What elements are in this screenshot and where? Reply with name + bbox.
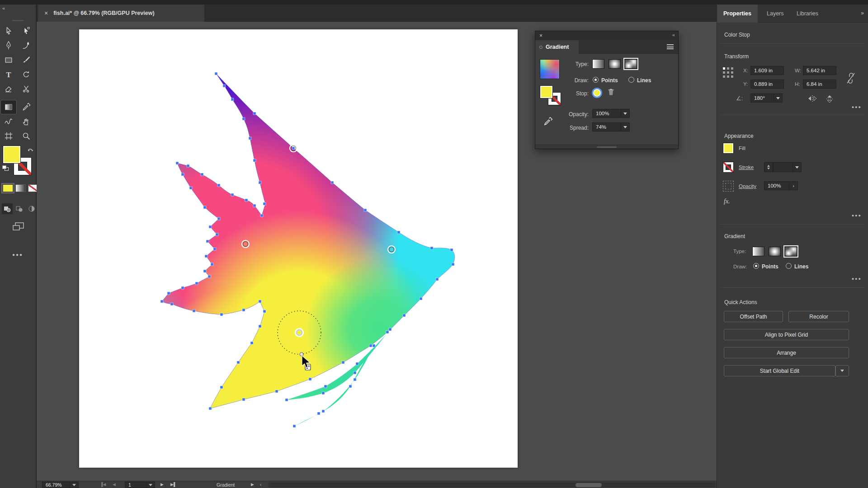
stroke-label[interactable]: Stroke [739, 164, 754, 170]
offset-path-button[interactable]: Offset Path [724, 311, 783, 322]
hand-tool-icon[interactable] [19, 115, 34, 128]
draw-behind-mode-icon[interactable] [14, 203, 25, 214]
last-artboard-icon[interactable]: ▶▌ [170, 482, 176, 487]
tab-libraries[interactable]: Libraries [790, 5, 825, 23]
tab-layers[interactable]: Layers [760, 5, 790, 23]
status-expand-icon[interactable]: ▶ [251, 482, 254, 487]
expand-tabs-icon[interactable]: » [861, 10, 863, 16]
horizontal-scrollbar-thumb[interactable] [576, 483, 602, 487]
stroke-weight-field[interactable] [773, 162, 793, 172]
x-field[interactable]: 1.609 in [750, 66, 784, 75]
close-panel-icon[interactable]: × [539, 33, 542, 39]
swap-fill-stroke-icon[interactable] [27, 146, 34, 153]
align-to-pixel-grid-button[interactable]: Align to Pixel Grid [724, 329, 849, 340]
next-artboard-icon[interactable]: ▶ [160, 482, 164, 487]
draw-normal-mode-icon[interactable] [2, 203, 13, 214]
curvature-tool-icon[interactable] [19, 39, 34, 52]
h-field[interactable]: 6.84 in [803, 80, 836, 89]
start-global-edit-button[interactable]: Start Global Edit [724, 365, 835, 376]
opacity-field[interactable]: 100% [592, 109, 621, 118]
type-tool-icon[interactable]: T [1, 68, 16, 81]
gradient-more-options-icon[interactable]: ●●● [852, 277, 862, 281]
rectangle-tool-icon[interactable] [1, 53, 16, 67]
toolbar-drag-handle[interactable] [12, 20, 24, 21]
props-draw-lines-radio[interactable] [786, 263, 792, 269]
stroke-weight-stepper[interactable] [764, 162, 773, 172]
draw-points-radio[interactable] [593, 77, 599, 83]
selection-tool-icon[interactable] [1, 24, 16, 38]
spread-dropdown-icon[interactable] [621, 122, 630, 131]
angle-dropdown-icon[interactable] [774, 94, 783, 103]
flip-horizontal-icon[interactable] [807, 95, 817, 104]
opacity-more-icon[interactable]: › [789, 181, 798, 190]
appearance-more-options-icon[interactable]: ●●● [852, 213, 862, 218]
appearance-stroke-swatch[interactable] [723, 162, 734, 173]
status-chevron-icon[interactable]: ‹ [260, 482, 261, 487]
shaper-tool-icon[interactable] [1, 115, 16, 128]
gradient-button[interactable] [15, 184, 26, 192]
close-tab-icon[interactable]: × [44, 9, 48, 17]
screen-mode-icon[interactable] [12, 221, 25, 232]
fish-artwork[interactable] [79, 29, 518, 468]
artboard-number-field[interactable]: 1 [125, 482, 146, 488]
selected-stop-swatch[interactable] [593, 89, 601, 97]
zoom-tool-icon[interactable] [19, 129, 34, 143]
gradient-type-freeform-button[interactable] [625, 59, 637, 69]
gradient-panel-titlebar[interactable]: × « [535, 31, 678, 40]
panel-resize-handle[interactable] [535, 145, 678, 149]
appearance-opacity-swatch[interactable] [723, 181, 734, 192]
tab-properties[interactable]: Properties [717, 5, 758, 23]
opacity-link-label[interactable]: Opacity [739, 183, 756, 189]
zoom-level-field[interactable]: 66.79% [42, 482, 70, 488]
draw-inside-mode-icon[interactable] [26, 203, 37, 214]
props-draw-points-radio[interactable] [753, 263, 759, 269]
stroke-weight-dropdown-icon[interactable] [793, 162, 802, 172]
delete-stop-icon[interactable] [608, 88, 614, 98]
direct-selection-tool-icon[interactable] [19, 24, 34, 38]
paintbrush-tool-icon[interactable] [19, 53, 34, 67]
pen-tool-icon[interactable] [1, 39, 16, 52]
gradient-eyedropper-icon[interactable] [542, 116, 553, 127]
scissors-tool-icon[interactable] [19, 82, 34, 96]
zoom-dropdown-icon[interactable] [70, 482, 79, 488]
eyedropper-tool-icon[interactable] [19, 100, 34, 114]
transform-more-options-icon[interactable]: ●●● [852, 105, 862, 109]
draw-lines-radio[interactable] [628, 77, 634, 83]
color-button[interactable] [3, 184, 13, 192]
horizontal-scrollbar[interactable] [268, 482, 716, 488]
artboard-dropdown-icon[interactable] [146, 482, 155, 488]
collapse-panel-icon[interactable]: « [672, 32, 675, 38]
gradient-preview-thumbnail[interactable] [540, 59, 560, 79]
eraser-tool-icon[interactable] [1, 82, 16, 96]
global-edit-dropdown-icon[interactable] [835, 365, 849, 376]
reference-point-grid-icon[interactable] [722, 67, 734, 80]
artboard[interactable] [79, 29, 518, 468]
artboard-tool-icon[interactable] [1, 129, 16, 143]
arrange-button[interactable]: Arrange [724, 347, 849, 358]
toolbar-collapse-icon[interactable]: « [2, 5, 4, 11]
gradient-panel-tab[interactable]: Gradient [535, 40, 579, 54]
panel-menu-icon[interactable] [667, 44, 674, 49]
flip-vertical-icon[interactable] [826, 95, 834, 105]
default-fill-stroke-icon[interactable] [2, 165, 9, 171]
props-gradient-linear-button[interactable] [752, 247, 764, 256]
appearance-fill-swatch[interactable] [723, 143, 734, 154]
previous-artboard-icon[interactable]: ◀ [113, 482, 116, 487]
gradient-type-linear-button[interactable] [592, 59, 604, 69]
props-gradient-radial-button[interactable] [769, 247, 781, 256]
document-tab[interactable]: × fish.ai* @ 66.79% (RGB/GPU Preview) [38, 5, 204, 22]
gradient-fill-proxy[interactable] [540, 85, 553, 99]
rotate-tool-icon[interactable] [19, 68, 34, 81]
angle-field[interactable]: 180° [750, 94, 774, 103]
first-artboard-icon[interactable]: ▐◀ [100, 482, 106, 487]
edit-toolbar-icon[interactable]: ●●● [12, 252, 23, 257]
props-gradient-freeform-button[interactable] [785, 247, 797, 256]
recolor-button[interactable]: Recolor [788, 311, 849, 322]
w-field[interactable]: 5.642 in [803, 66, 836, 75]
y-field[interactable]: 0.889 in [750, 80, 784, 89]
gradient-tool-icon[interactable] [1, 100, 16, 114]
link-dimensions-icon[interactable] [845, 71, 856, 87]
opacity-dropdown-icon[interactable] [621, 109, 630, 118]
canvas[interactable]: × « Gradient Type: Draw: Points L [37, 22, 717, 481]
gradient-type-radial-button[interactable] [609, 59, 621, 69]
